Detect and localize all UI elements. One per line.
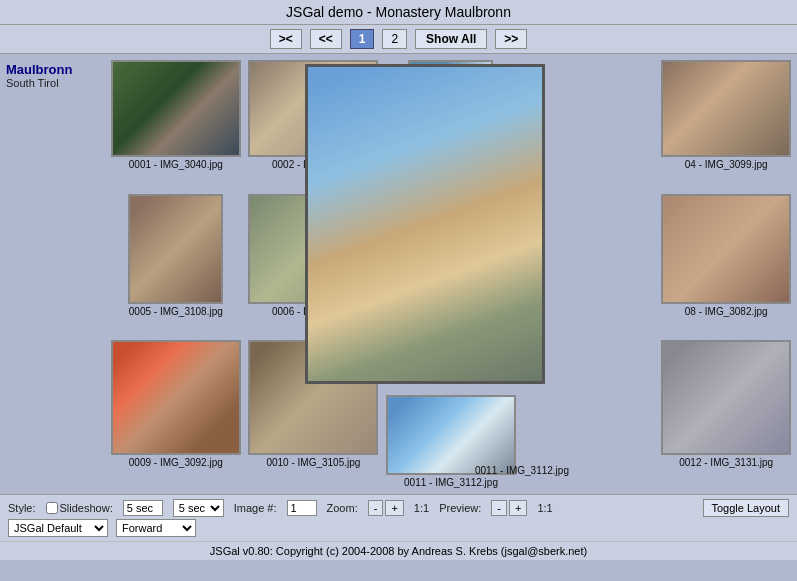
main-area: Maulbronn South Tirol 0001 - IMG_3040.jp… xyxy=(0,54,797,494)
zoom-label: Zoom: xyxy=(327,502,358,514)
preview-group: - + xyxy=(491,500,527,516)
thumb-label-10: 0010 - IMG_3105.jpg xyxy=(266,457,360,468)
zoom-value: 1:1 xyxy=(414,502,429,514)
next-button[interactable]: >> xyxy=(495,29,527,49)
title-bar: JSGal demo - Monastery Maulbronn xyxy=(0,0,797,25)
thumb-12[interactable]: 0012 - IMG_3131.jpg xyxy=(659,340,793,488)
thumb-img-5[interactable] xyxy=(128,194,223,304)
thumb-5[interactable]: 0005 - IMG_3108.jpg xyxy=(109,194,243,337)
controls-row: Style: Slideshow: 5 sec Image #: Zoom: -… xyxy=(8,499,789,517)
preview-label: Preview: xyxy=(439,502,481,514)
preview-plus-button[interactable]: + xyxy=(509,500,527,516)
thumb-img-4[interactable] xyxy=(661,60,791,157)
page2-button[interactable]: 2 xyxy=(382,29,407,49)
nav-bar: >< << 1 2 Show All >> xyxy=(0,25,797,54)
thumb-8[interactable]: 08 - IMG_3082.jpg xyxy=(659,194,793,337)
thumb-label-12: 0012 - IMG_3131.jpg xyxy=(679,457,773,468)
style-row: JSGal Default Forward xyxy=(8,519,789,537)
thumb-1[interactable]: 0001 - IMG_3040.jpg xyxy=(109,60,243,190)
toggle-layout-button[interactable]: Toggle Layout xyxy=(703,499,790,517)
gallery: 0001 - IMG_3040.jpg 0002 - IMG_3076.j 04… xyxy=(105,54,797,494)
sidebar-title: Maulbronn xyxy=(6,62,99,77)
thumb-label-5: 0005 - IMG_3108.jpg xyxy=(129,306,223,317)
large-preview-label: 0011 - IMG_3112.jpg xyxy=(475,465,569,476)
thumb-label-8: 08 - IMG_3082.jpg xyxy=(685,306,768,317)
zoom-plus-button[interactable]: + xyxy=(385,500,403,516)
app-title: JSGal demo - Monastery Maulbronn xyxy=(286,4,511,20)
thumb-label-1: 0001 - IMG_3040.jpg xyxy=(129,159,223,170)
thumb-label-4: 04 - IMG_3099.jpg xyxy=(685,159,768,170)
thumb-img-1[interactable] xyxy=(111,60,241,157)
style-select[interactable]: JSGal Default xyxy=(8,519,108,537)
large-preview-overlay[interactable] xyxy=(305,64,545,384)
zoom-minus-button[interactable]: - xyxy=(368,500,384,516)
slideshow-dir-select[interactable]: 5 sec xyxy=(173,499,224,517)
sidebar-subtitle: South Tirol xyxy=(6,77,99,89)
thumb-label-9: 0009 - IMG_3092.jpg xyxy=(129,457,223,468)
slideshow-checkbox[interactable]: Slideshow: xyxy=(46,502,113,514)
footer: JSGal v0.80: Copyright (c) 2004-2008 by … xyxy=(0,541,797,560)
zoom-group: - + xyxy=(368,500,404,516)
slideshow-dir-select2[interactable]: Forward xyxy=(116,519,196,537)
thumb-img-12[interactable] xyxy=(661,340,791,455)
footer-text: JSGal v0.80: Copyright (c) 2004-2008 by … xyxy=(210,545,587,557)
thumb-4[interactable]: 04 - IMG_3099.jpg xyxy=(659,60,793,190)
sidebar: Maulbronn South Tirol xyxy=(0,54,105,494)
bottom-bar: Style: Slideshow: 5 sec Image #: Zoom: -… xyxy=(0,494,797,541)
style-label: Style: xyxy=(8,502,36,514)
thumb-label-11: 0011 - IMG_3112.jpg xyxy=(404,477,498,488)
collapse-button[interactable]: >< xyxy=(270,29,302,49)
slideshow-label: Slideshow: xyxy=(60,502,113,514)
thumb-img-9[interactable] xyxy=(111,340,241,455)
prev-button[interactable]: << xyxy=(310,29,342,49)
thumb-img-11[interactable] xyxy=(386,395,516,475)
page1-button[interactable]: 1 xyxy=(350,29,375,49)
thumb-img-8[interactable] xyxy=(661,194,791,304)
image-num-input[interactable] xyxy=(287,500,317,516)
thumb-9[interactable]: 0009 - IMG_3092.jpg xyxy=(109,340,243,488)
show-all-button[interactable]: Show All xyxy=(415,29,487,49)
image-label: Image #: xyxy=(234,502,277,514)
slideshow-checkbox-input[interactable] xyxy=(46,502,58,514)
preview-minus-button[interactable]: - xyxy=(491,500,507,516)
slideshow-time-input[interactable] xyxy=(123,500,163,516)
preview-value: 1:1 xyxy=(537,502,552,514)
